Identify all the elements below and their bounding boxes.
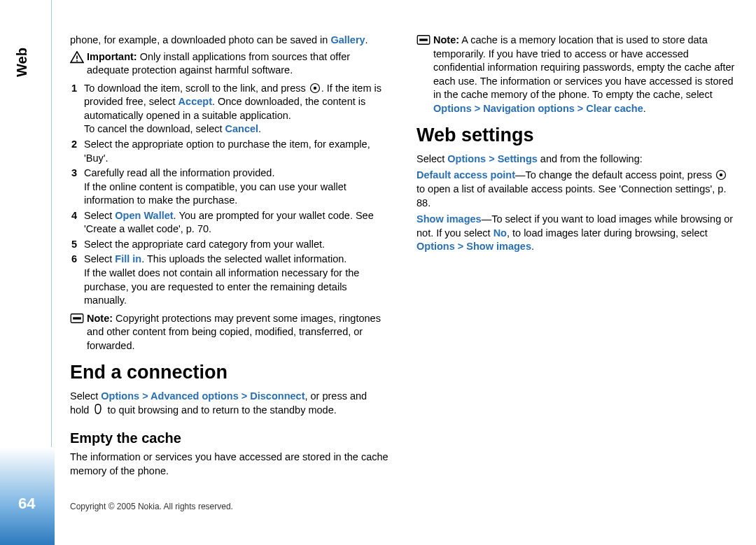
steps-list: To download the item, scroll to the link… <box>70 82 388 308</box>
step-5: Select the appropriate card category fro… <box>70 238 388 252</box>
heading-end-connection: End a connection <box>70 360 388 385</box>
heading-empty-cache: Empty the cache <box>70 429 388 448</box>
svg-point-9 <box>720 174 722 176</box>
web-settings-intro: Select Options > Settings and from the f… <box>416 153 735 167</box>
intro-text: phone, for example, a downloaded photo c… <box>70 34 388 48</box>
step-4: Select Open Wallet. You are prompted for… <box>70 209 388 236</box>
svg-point-1 <box>76 59 78 61</box>
empty-cache-text: The information or services you have acc… <box>70 451 388 478</box>
end-connection-text: Select Options > Advanced options > Disc… <box>70 390 388 418</box>
tab-label: Web <box>14 48 30 77</box>
note-callout-copyright: Note: Copyright protections may prevent … <box>70 312 388 353</box>
note-callout-cache: Note: A cache is a memory location that … <box>416 34 735 115</box>
note-icon <box>416 34 430 50</box>
end-key-icon <box>92 403 104 416</box>
svg-point-3 <box>314 86 316 89</box>
select-key-icon <box>309 83 321 94</box>
heading-web-settings: Web settings <box>416 122 735 148</box>
step-3: Carefully read all the information provi… <box>70 167 388 208</box>
note-icon <box>70 313 84 328</box>
step-1: To download the item, scroll to the link… <box>70 82 388 136</box>
sidebar: Web 64 <box>0 0 55 545</box>
copyright: Copyright © 2005 Nokia. All rights reser… <box>70 502 233 511</box>
svg-rect-7 <box>419 38 428 41</box>
page-number: 64 <box>18 495 35 513</box>
important-icon <box>70 51 84 68</box>
select-key-icon <box>715 169 727 181</box>
default-access-point: Default access point—To change the defau… <box>416 169 735 210</box>
show-images: Show images—To select if you want to loa… <box>416 213 735 254</box>
step-6: Select Fill in. This uploads the selecte… <box>70 253 388 307</box>
step-2: Select the appropriate option to purchas… <box>70 138 388 165</box>
important-callout: Important: Only install applications fro… <box>70 50 388 78</box>
page-content: phone, for example, a downloaded photo c… <box>70 34 735 489</box>
svg-rect-5 <box>73 317 81 319</box>
gallery-link: Gallery <box>330 34 365 45</box>
